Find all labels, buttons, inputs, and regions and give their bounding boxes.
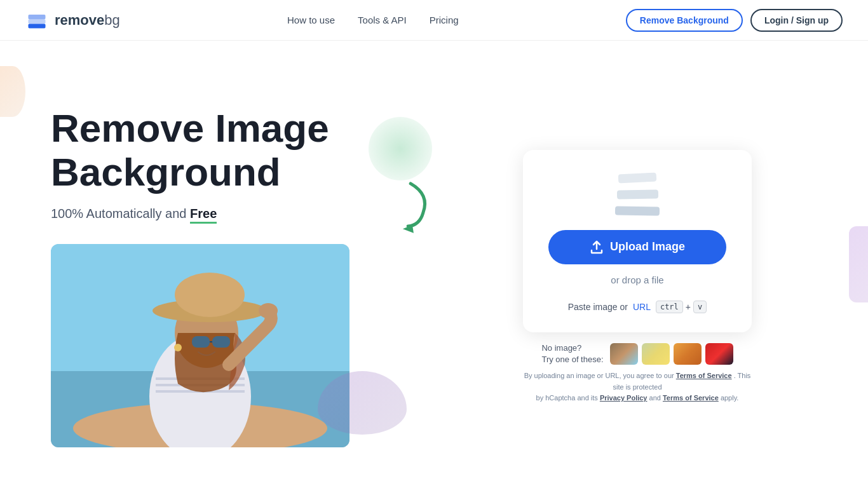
logo-text: removebg	[55, 12, 120, 29]
hero-photo	[51, 244, 349, 447]
main-content: Remove Image Background 100% Automatical…	[0, 41, 868, 488]
svg-rect-2	[29, 24, 46, 28]
terms-of-service-link-1[interactable]: Terms of Service	[676, 372, 732, 379]
svg-rect-1	[29, 15, 46, 19]
kbd-plus: +	[686, 302, 691, 312]
upload-icon	[590, 240, 604, 254]
svg-point-16	[259, 303, 278, 318]
or-drop-label: or drop a file	[611, 274, 663, 285]
svg-rect-13	[192, 336, 210, 348]
nav-tools-api[interactable]: Tools & API	[358, 15, 407, 25]
sample-image-2[interactable]	[642, 343, 670, 365]
remove-background-button[interactable]: Remove Background	[626, 9, 743, 32]
right-edge-decoration	[849, 226, 868, 302]
kbd-v: v	[693, 301, 707, 313]
sample-images-row: No image? Try one of these:	[541, 342, 733, 365]
hero-image	[51, 244, 349, 447]
svg-point-17	[174, 344, 182, 351]
kbd-ctrl: ctrl	[656, 301, 683, 313]
layer-3	[615, 206, 660, 215]
header-actions: Remove Background Login / Sign up	[626, 9, 843, 32]
svg-rect-0	[29, 19, 46, 24]
logo[interactable]: removebg	[25, 9, 120, 32]
upload-image-button[interactable]: Upload Image	[548, 230, 726, 264]
paste-row: Paste image or URL ctrl + v	[568, 301, 707, 313]
sample-image-1[interactable]	[610, 343, 638, 365]
svg-rect-14	[212, 336, 230, 348]
privacy-policy-link[interactable]: Privacy Policy	[600, 394, 648, 402]
hero-woman-svg	[51, 244, 349, 447]
layer-1	[618, 172, 657, 183]
svg-point-12	[175, 273, 245, 317]
nav-pricing[interactable]: Pricing	[430, 15, 459, 25]
nav-how-to-use[interactable]: How to use	[287, 15, 335, 25]
url-link[interactable]: URL	[633, 302, 651, 312]
logo-icon	[25, 9, 48, 32]
upload-card: Upload Image or drop a file Paste image …	[523, 150, 752, 332]
login-signup-button[interactable]: Login / Sign up	[750, 9, 843, 32]
sample-image-3[interactable]	[674, 343, 702, 365]
header: removebg How to use Tools & API Pricing …	[0, 0, 868, 41]
sample-image-4[interactable]	[705, 343, 733, 365]
upload-section: Upload Image or drop a file Paste image …	[458, 150, 817, 404]
paste-text: Paste image or	[568, 302, 628, 312]
terms-of-service-link-2[interactable]: Terms of Service	[663, 394, 719, 402]
layer-2	[616, 189, 658, 199]
sample-label: No image? Try one of these:	[541, 342, 603, 365]
keyboard-shortcut: ctrl + v	[656, 301, 707, 313]
hero-title: Remove Image Background	[51, 107, 458, 193]
terms-text: By uploading an image or URL, you agree …	[523, 370, 752, 404]
blob-orange-decoration	[0, 66, 25, 117]
hero-section: Remove Image Background 100% Automatical…	[51, 107, 458, 447]
sample-images	[610, 343, 733, 365]
layers-icon	[612, 175, 663, 214]
nav: How to use Tools & API Pricing	[287, 15, 459, 25]
